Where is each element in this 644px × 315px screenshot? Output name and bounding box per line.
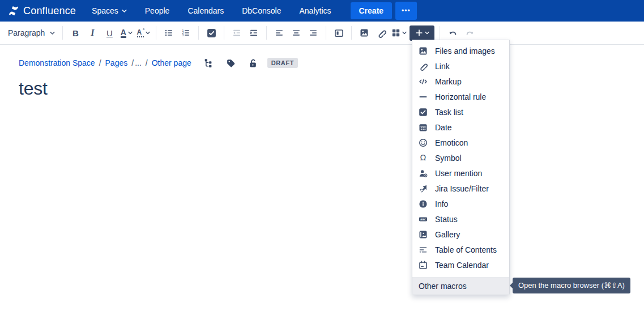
menu-item-jira-issue-filter[interactable]: Jira Issue/Filter — [412, 181, 509, 196]
text-color-icon: A — [121, 28, 126, 38]
nav-item-spaces[interactable]: Spaces — [91, 3, 128, 19]
menu-item-label: Jira Issue/Filter — [435, 184, 489, 193]
insert-link-button[interactable] — [373, 24, 390, 41]
underline-icon: U — [106, 28, 113, 38]
menu-item-label: Link — [435, 62, 450, 71]
outdent-icon — [232, 28, 241, 37]
chevron-down-icon — [50, 31, 55, 35]
bullet-list-button[interactable] — [160, 24, 177, 41]
more-formatting-button[interactable]: A° — [135, 24, 152, 41]
menu-item-horizontal-rule[interactable]: Horizontal rule — [412, 89, 509, 104]
menu-item-table-of-contents[interactable]: Table of Contents — [412, 242, 509, 257]
align-left-button[interactable] — [271, 24, 288, 41]
insert-image-button[interactable] — [356, 24, 373, 41]
underline-button[interactable]: U — [101, 24, 118, 41]
breadcrumb-link-other-page[interactable]: Other page — [152, 58, 191, 67]
menu-item-date[interactable]: Date — [412, 120, 509, 135]
nav-more-button[interactable]: ••• — [395, 2, 417, 20]
task-list-button[interactable] — [203, 24, 220, 41]
info-icon — [419, 199, 428, 208]
insert-menu: Files and images Link Markup Horizontal … — [412, 40, 510, 295]
menu-item-team-calendar[interactable]: Team Calendar — [412, 257, 509, 273]
nav-links: Spaces People Calendars DbConsole Analyt… — [91, 3, 348, 19]
menu-item-label: Status — [435, 215, 458, 224]
nav-item-dbconsole[interactable]: DbConsole — [241, 3, 282, 19]
toolbar-divider — [198, 26, 199, 40]
draft-badge: DRAFT — [267, 58, 298, 68]
confluence-logo-icon — [8, 5, 19, 16]
date-icon — [419, 123, 428, 132]
user-mention-icon — [419, 169, 428, 178]
toolbar-divider — [156, 26, 156, 40]
menu-item-markup[interactable]: Markup — [412, 74, 509, 89]
menu-item-label: Task list — [435, 108, 463, 117]
paragraph-style-dropdown[interactable]: Paragraph — [5, 24, 58, 41]
breadcrumb-link-space[interactable]: Demonstration Space — [19, 58, 95, 67]
insert-more-button[interactable] — [410, 25, 434, 41]
menu-item-task-list[interactable]: Task list — [412, 104, 509, 120]
menu-item-link[interactable]: Link — [412, 58, 509, 74]
undo-button[interactable] — [444, 24, 461, 41]
undo-icon — [448, 28, 458, 38]
page-title[interactable]: test — [19, 78, 644, 99]
macro-browser-tooltip: Open the macro browser (⌘⇧A) — [513, 278, 630, 293]
plus-icon — [415, 29, 423, 37]
chevron-down-icon — [146, 31, 150, 35]
align-center-button[interactable] — [288, 24, 305, 41]
menu-item-other-macros[interactable]: Other macros — [412, 278, 509, 295]
page-layout-button[interactable] — [330, 24, 347, 41]
confluence-home-link[interactable]: Confluence — [8, 5, 76, 17]
insert-menu-items: Files and images Link Markup Horizontal … — [412, 40, 509, 275]
menu-item-user-mention[interactable]: User mention — [412, 165, 509, 181]
align-center-icon — [292, 28, 301, 37]
markup-icon — [419, 77, 428, 86]
breadcrumb-ellipsis[interactable]: ... — [135, 58, 142, 67]
editor-toolbar: Paragraph B I U A A° 123 — [0, 22, 644, 45]
menu-item-status[interactable]: ABC Status — [412, 211, 509, 227]
svg-text:ABC: ABC — [420, 218, 426, 220]
labels-icon[interactable] — [226, 58, 236, 68]
nav-item-calendars[interactable]: Calendars — [186, 3, 225, 19]
chevron-down-icon — [122, 9, 127, 13]
top-navigation: Confluence Spaces People Calendars DbCon… — [0, 0, 644, 22]
text-color-button[interactable]: A — [118, 24, 135, 41]
team-calendar-icon — [419, 261, 428, 270]
symbol-icon: Ω — [419, 154, 428, 163]
menu-item-label: User mention — [435, 169, 482, 178]
nav-item-analytics[interactable]: Analytics — [298, 3, 332, 19]
menu-item-files-and-images[interactable]: Files and images — [412, 43, 509, 58]
svg-text:3: 3 — [182, 33, 184, 37]
nav-item-people[interactable]: People — [144, 3, 171, 19]
numbered-list-button[interactable]: 123 — [177, 24, 194, 41]
menu-item-info[interactable]: Info — [412, 196, 509, 211]
task-list-icon — [419, 108, 428, 117]
create-button[interactable]: Create — [351, 2, 393, 19]
chevron-down-icon — [128, 31, 133, 35]
indent-icon — [249, 28, 258, 37]
unlock-icon[interactable] — [248, 58, 258, 68]
align-right-button[interactable] — [305, 24, 322, 41]
insert-table-button[interactable] — [390, 24, 408, 41]
indent-button[interactable] — [245, 24, 262, 41]
menu-item-label: Horizontal rule — [435, 92, 486, 101]
menu-item-emoticon[interactable]: Emoticon — [412, 135, 509, 150]
menu-item-label: Info — [435, 199, 448, 208]
outdent-button — [228, 24, 245, 41]
toolbar-divider — [266, 26, 267, 40]
jira-icon — [419, 184, 428, 193]
menu-item-symbol[interactable]: Ω Symbol — [412, 150, 509, 165]
horizontal-rule-icon — [419, 92, 428, 101]
menu-item-label: Date — [435, 123, 452, 132]
redo-icon — [465, 28, 475, 38]
gallery-icon — [419, 230, 428, 239]
bold-icon: B — [72, 28, 79, 38]
italic-button[interactable]: I — [84, 24, 101, 41]
toc-icon — [419, 245, 428, 254]
svg-text:Ω: Ω — [420, 154, 426, 162]
bold-button[interactable]: B — [67, 24, 84, 41]
emoticon-icon — [419, 138, 428, 147]
menu-item-gallery[interactable]: Gallery — [412, 227, 509, 242]
breadcrumb-link-pages[interactable]: Pages — [105, 58, 128, 67]
numbered-list-icon: 123 — [181, 28, 190, 37]
page-tree-icon[interactable] — [204, 58, 214, 68]
